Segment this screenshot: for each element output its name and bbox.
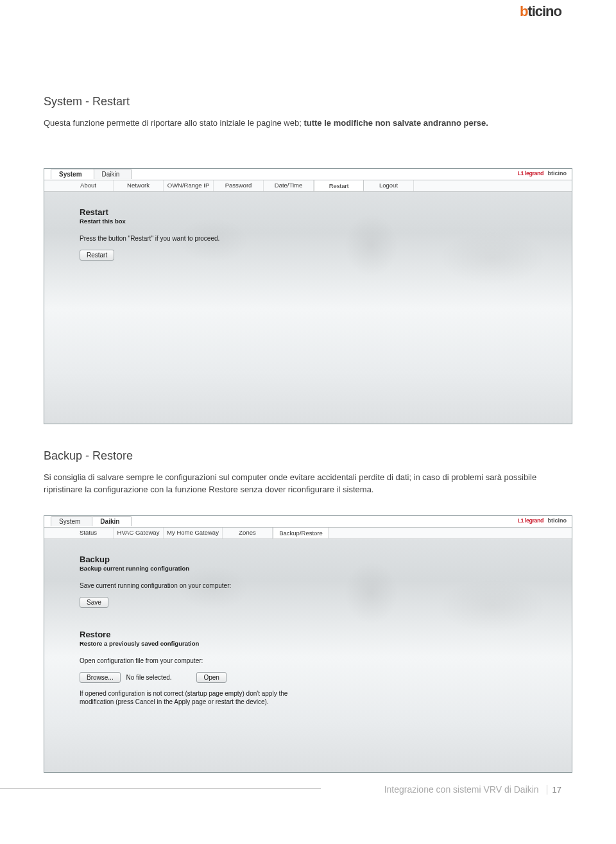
tab-system[interactable]: System <box>51 169 94 179</box>
logo-bticino-2: bticino <box>548 517 567 524</box>
subtab-myhome[interactable]: My Home Gateway <box>164 527 223 538</box>
sub-tabs-2: Status HVAC Gateway My Home Gateway Zone… <box>44 528 572 539</box>
footer-page-number: 17 <box>547 785 561 795</box>
section-restart-title: System - Restart <box>44 95 572 108</box>
section-backup-desc: Si consiglia di salvare sempre le config… <box>44 472 572 496</box>
backup-line: Save current running configuration on yo… <box>80 582 536 589</box>
screenshot-backup: System Daikin L1 legrand bticino Status … <box>44 515 572 773</box>
restore-note: If opened configuration is not correct (… <box>80 689 298 706</box>
top-tabs-2: System Daikin L1 legrand bticino <box>44 516 572 528</box>
subtab-logout[interactable]: Logout <box>364 180 414 191</box>
browse-button[interactable]: Browse... <box>80 672 121 683</box>
footer-rule <box>0 788 321 789</box>
tab-system-2[interactable]: System <box>51 516 92 526</box>
page-footer: Integrazione con sistemi VRV di Daikin 1… <box>0 784 616 796</box>
subtab-hvac[interactable]: HVAC Gateway <box>114 527 164 538</box>
subtab-about[interactable]: About <box>64 180 114 191</box>
panel-backup: Backup Backup current running configurat… <box>44 539 572 729</box>
logo-bticino: bticino <box>548 170 567 177</box>
tab-logos-2: L1 legrand bticino <box>517 517 567 524</box>
subtab-status[interactable]: Status <box>64 527 114 538</box>
restore-subheading: Restore a previously saved configuration <box>80 640 536 647</box>
save-button[interactable]: Save <box>80 597 108 608</box>
restore-line: Open configuration file from your comput… <box>80 657 536 664</box>
restart-heading: Restart <box>80 207 536 217</box>
screenshot-restart: System Daikin L1 legrand bticino About N… <box>44 168 572 424</box>
backup-subheading: Backup current running configuration <box>80 565 536 572</box>
brand-text: ticino <box>527 3 561 19</box>
tab-daikin-2[interactable]: Daikin <box>92 516 132 526</box>
desc-text-b: tutte le modifiche non salvate andranno … <box>304 118 488 128</box>
tab-daikin[interactable]: Daikin <box>94 169 132 179</box>
file-selected-label: No file selected. <box>126 674 171 681</box>
brand-icon: b <box>520 3 527 20</box>
subtab-own[interactable]: OWN/Range IP <box>164 180 214 191</box>
backup-heading: Backup <box>80 555 536 564</box>
section-restart-desc: Questa funzione permette di riportare al… <box>44 117 572 130</box>
logo-legrand: L1 legrand <box>517 170 543 177</box>
footer-title: Integrazione con sistemi VRV di Daikin <box>384 784 539 795</box>
subtab-password[interactable]: Password <box>214 180 264 191</box>
restart-subheading: Restart this box <box>80 218 536 225</box>
brand-logo: bticino <box>520 3 561 20</box>
subtab-network[interactable]: Network <box>114 180 164 191</box>
open-button[interactable]: Open <box>196 672 226 683</box>
subtab-backup[interactable]: Backup/Restore <box>273 527 329 538</box>
restart-button[interactable]: Restart <box>80 250 114 261</box>
subtab-restart[interactable]: Restart <box>314 180 364 191</box>
sub-tabs: About Network OWN/Range IP Password Date… <box>44 180 572 192</box>
restart-instruction: Press the button "Restart" if you want t… <box>80 235 536 242</box>
logo-legrand-2: L1 legrand <box>517 517 543 524</box>
tab-logos: L1 legrand bticino <box>517 170 567 177</box>
desc-text-a: Questa funzione permette di riportare al… <box>44 118 304 128</box>
subtab-datetime[interactable]: Date/Time <box>264 180 314 191</box>
top-tabs: System Daikin L1 legrand bticino <box>44 169 572 180</box>
subtab-zones[interactable]: Zones <box>223 527 273 538</box>
section-backup-title: Backup - Restore <box>44 449 572 463</box>
footer-text: Integrazione con sistemi VRV di Daikin 1… <box>384 784 561 795</box>
panel-restart: Restart Restart this box Press the butto… <box>44 192 572 276</box>
restore-heading: Restore <box>80 630 536 639</box>
